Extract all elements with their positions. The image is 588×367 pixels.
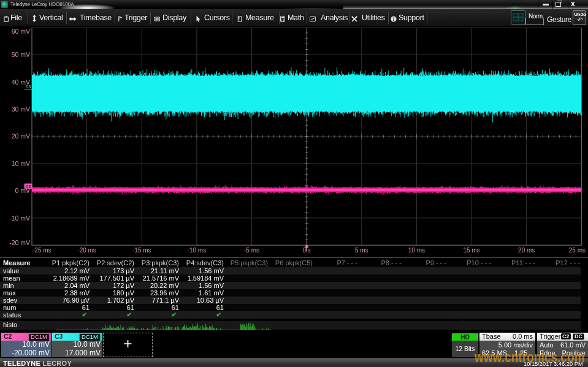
svg-text:25 ms: 25 ms: [569, 247, 586, 254]
svg-text:-15 ms: -15 ms: [132, 247, 151, 254]
svg-text:20 ms: 20 ms: [518, 247, 535, 254]
svg-text:15 ms: 15 ms: [463, 247, 479, 254]
svg-text:-10 ms: -10 ms: [188, 247, 207, 254]
svg-text:5 ms: 5 ms: [355, 247, 368, 254]
svg-text:-25 ms: -25 ms: [32, 247, 52, 254]
svg-text:30 mV: 30 mV: [12, 105, 30, 113]
svg-text:C2: C2: [26, 184, 31, 189]
svg-text:i: i: [393, 17, 394, 22]
svg-text:10 mV: 10 mV: [12, 160, 30, 167]
svg-text:-20 ms: -20 ms: [77, 247, 96, 254]
svg-text:20 mV: 20 mV: [12, 132, 30, 140]
svg-text:-10 mV: -10 mV: [9, 214, 30, 222]
svg-text:60 mV: 60 mV: [12, 28, 30, 35]
svg-text:50 mV: 50 mV: [12, 51, 30, 58]
svg-text:-20 mV: -20 mV: [9, 239, 30, 246]
svg-text:C3: C3: [26, 85, 31, 89]
svg-text:-5 ms: -5 ms: [244, 247, 259, 254]
svg-text:10 ms: 10 ms: [408, 247, 425, 254]
